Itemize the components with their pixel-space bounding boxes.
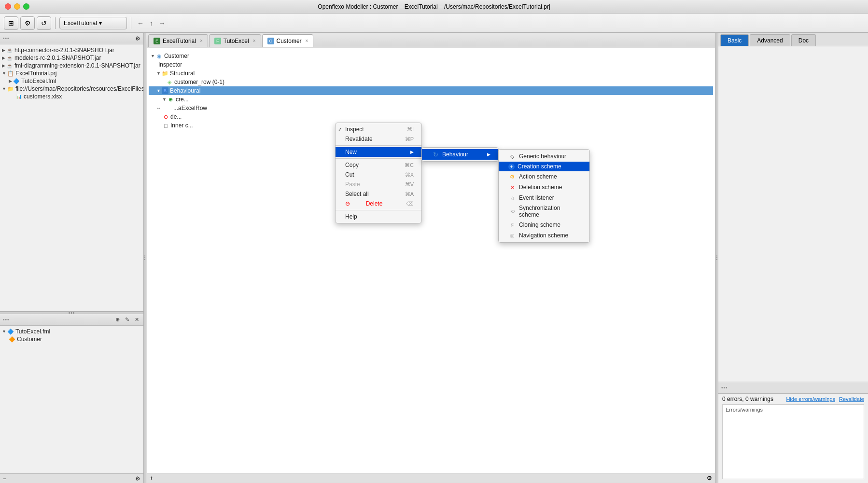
sm-synchronization-scheme[interactable]: ⟲ Synchronization scheme bbox=[499, 203, 589, 220]
tree-item-fml-diagramming[interactable]: ▶ ☕ fml-diagramming-extension-2.0.1-SNAP… bbox=[0, 62, 143, 69]
sm-deletion-scheme[interactable]: ✕ Deletion scheme bbox=[499, 182, 589, 193]
hide-errors-link[interactable]: Hide errors/warnings bbox=[786, 396, 835, 402]
main-area: ••• ⚙ ▶ ☕ http-connector-rc-2.0.1-SNAPSH… bbox=[0, 33, 868, 483]
ct-creation[interactable]: ▼ ⊕ cre... bbox=[149, 95, 713, 104]
sm-cloning-scheme[interactable]: ⎘ Cloning scheme bbox=[499, 220, 589, 230]
cm-revalidate[interactable]: Revalidate ⌘P bbox=[336, 134, 421, 144]
cm-cut[interactable]: Cut ⌘X bbox=[336, 170, 421, 179]
context-menu: ✓ Inspect ⌘I Revalidate ⌘P New ▶ bbox=[335, 123, 422, 223]
errors-label: Errors/warnings bbox=[723, 405, 864, 414]
tree-item-customers-xlsx[interactable]: 📊 customers.xlsx bbox=[0, 93, 143, 100]
right-bottom-panel: ••• 0 errors, 0 warnings Hide errors/war… bbox=[718, 382, 868, 483]
tutoexcel-tab-close[interactable]: × bbox=[253, 38, 256, 43]
submenu-new: ↻ Behaviour ▶ ◇ Generic behaviour bbox=[421, 147, 499, 162]
sidebar-bottom-icon-1[interactable]: ⊕ bbox=[113, 316, 121, 324]
behaviour-icon: ↻ bbox=[432, 151, 439, 158]
traffic-lights[interactable] bbox=[5, 3, 29, 10]
fml-icon-bottom: 🔷 bbox=[7, 328, 14, 335]
customer-icon: 🔶 bbox=[9, 336, 15, 343]
ct-inner[interactable]: ◻ Inner c... bbox=[149, 121, 713, 130]
nav-up-button[interactable]: ↑ bbox=[148, 18, 155, 28]
ct-inspector[interactable]: Inspector bbox=[149, 60, 713, 69]
sidebar-tree: ▶ ☕ http-connector-rc-2.0.1-SNAPSHOT.jar… bbox=[0, 44, 143, 311]
cm-inspect[interactable]: ✓ Inspect ⌘I bbox=[336, 124, 421, 134]
cm-select-all[interactable]: Select all ⌘A bbox=[336, 189, 421, 199]
tab-tutoexcel[interactable]: F TutoExcel × bbox=[209, 34, 261, 47]
tree-item-customer-bottom[interactable]: 🔶 Customer bbox=[0, 335, 143, 343]
sm-action-scheme[interactable]: ⚙ Action scheme bbox=[499, 171, 589, 182]
cm-help[interactable]: Help bbox=[336, 212, 421, 221]
project-name: ExcelTutorial bbox=[64, 20, 97, 27]
toolbar-btn-2[interactable]: ⚙ bbox=[20, 16, 35, 30]
cm-paste: Paste ⌘V bbox=[336, 179, 421, 189]
right-tab-doc[interactable]: Doc bbox=[791, 34, 816, 46]
tree-item-modelers[interactable]: ▶ ☕ modelers-rc-2.0.1-SNAPSHOT.jar bbox=[0, 54, 143, 62]
project-dropdown[interactable]: ExcelTutorial ▾ bbox=[59, 17, 127, 29]
tree-item-exceltutorial-prj[interactable]: ▼ 📋 ExcelTutorial.prj bbox=[0, 69, 143, 77]
tab-exceltutorial[interactable]: E ExcelTutorial × bbox=[148, 34, 208, 47]
cm-delete[interactable]: ⊖ Delete ⌫ bbox=[336, 199, 421, 208]
ct-deletion[interactable]: ⊖ de... bbox=[149, 112, 713, 121]
cm-copy[interactable]: Copy ⌘C bbox=[336, 160, 421, 170]
minimize-button[interactable] bbox=[14, 3, 20, 10]
tree-item-tutoexcel-fml-bottom[interactable]: ▼ 🔷 TutoExcel.fml bbox=[0, 328, 143, 335]
prj-icon: 📋 bbox=[7, 70, 14, 77]
content-add-btn[interactable]: + bbox=[150, 475, 153, 482]
content-tree: ▼ ◉ Customer Inspector ▼ 📁 Structural bbox=[147, 48, 715, 134]
toolbar-separator bbox=[55, 17, 56, 29]
title-bar: Openflexo Modeller : Customer – ExcelTut… bbox=[0, 0, 868, 14]
right-tab-basic[interactable]: Basic bbox=[720, 34, 749, 46]
sidebar-bottom-icon-2[interactable]: ✎ bbox=[123, 316, 131, 324]
content-area[interactable]: ▼ ◉ Customer Inspector ▼ 📁 Structural bbox=[146, 47, 715, 483]
toolbar-btn-3[interactable]: ↺ bbox=[37, 16, 51, 30]
deletion-icon: ✕ bbox=[508, 183, 516, 191]
sm-event-listener[interactable]: ♫ Event listener bbox=[499, 193, 589, 203]
cm-new[interactable]: New ▶ ↻ Behaviour ▶ bbox=[336, 147, 421, 157]
toolbar-separator-2 bbox=[131, 17, 131, 29]
ct-structural[interactable]: ▼ 📁 Structural bbox=[149, 69, 713, 78]
sidebar-bottom-toolbar: ••• ⊕ ✎ ✕ bbox=[0, 314, 143, 326]
sidebar-settings-icon[interactable]: ⚙ bbox=[135, 35, 140, 42]
action-icon: ⚙ bbox=[508, 173, 516, 180]
sidebar-settings-btn[interactable]: ⚙ bbox=[135, 475, 140, 482]
nav-back-button[interactable]: ← bbox=[135, 18, 146, 28]
cloning-icon: ⎘ bbox=[508, 221, 516, 229]
right-tabs-bar: Basic Advanced Doc bbox=[718, 33, 868, 46]
sm-navigation-scheme[interactable]: ◎ Navigation scheme bbox=[499, 230, 589, 241]
tree-item-http-connector[interactable]: ▶ ☕ http-connector-rc-2.0.1-SNAPSHOT.jar bbox=[0, 46, 143, 54]
ct-behavioural[interactable]: ▼ B Behavioural bbox=[149, 86, 713, 95]
nav-forward-button[interactable]: → bbox=[157, 18, 168, 28]
left-sidebar-bottom: ••• ⊕ ✎ ✕ ▼ 🔷 TutoExcel.fml 🔶 Customer bbox=[0, 314, 143, 473]
cm-sep-2 bbox=[336, 158, 421, 159]
ct-structural-icon: 📁 bbox=[162, 70, 168, 77]
customer-tab-label: Customer bbox=[277, 38, 302, 44]
xlsx-icon: 📊 bbox=[15, 93, 22, 100]
exceltutorial-tab-icon: E bbox=[154, 38, 160, 44]
sidebar-bottom-icon-3[interactable]: ✕ bbox=[133, 316, 140, 324]
revalidate-link[interactable]: Revalidate bbox=[839, 396, 864, 402]
ct-customer-row[interactable]: ◈ customer_row (0-1) bbox=[149, 78, 713, 86]
ct-creation-excel-row[interactable]: ↔ ...aExcelRow bbox=[149, 104, 713, 112]
exceltutorial-tab-close[interactable]: × bbox=[200, 38, 203, 43]
sidebar-minus-btn[interactable]: − bbox=[3, 475, 6, 482]
close-button[interactable] bbox=[5, 3, 11, 10]
tree-item-tutoexcel[interactable]: ▶ 🔷 TutoExcel.fml bbox=[0, 77, 143, 85]
center-panel: E ExcelTutorial × F TutoExcel × C Custom… bbox=[146, 33, 716, 483]
tab-customer[interactable]: C Customer × bbox=[262, 34, 314, 47]
tree-item-file-resources[interactable]: ▼ 📁 file://Users/mac/Repositories/resour… bbox=[0, 85, 143, 93]
right-content bbox=[718, 46, 868, 382]
ct-customer-root[interactable]: ▼ ◉ Customer bbox=[149, 52, 713, 60]
bottom-sidebar-tree: ▼ 🔷 TutoExcel.fml 🔶 Customer bbox=[0, 326, 143, 473]
navigation-icon: ◎ bbox=[508, 232, 516, 239]
right-tab-advanced[interactable]: Advanced bbox=[750, 34, 790, 46]
maximize-button[interactable] bbox=[23, 3, 29, 10]
sm-behaviour[interactable]: ↻ Behaviour ▶ ◇ Generic behaviour bbox=[422, 149, 498, 160]
jar-icon-2: ☕ bbox=[6, 55, 13, 61]
sm-creation-scheme[interactable]: + Creation scheme bbox=[499, 162, 589, 171]
ct-inner-icon: ◻ bbox=[162, 122, 169, 129]
content-settings-btn[interactable]: ⚙ bbox=[707, 475, 712, 482]
customer-tab-close[interactable]: × bbox=[306, 38, 308, 43]
toolbar-btn-1[interactable]: ⊞ bbox=[4, 16, 18, 30]
generic-icon: ◇ bbox=[508, 152, 516, 160]
sm-generic-behaviour[interactable]: ◇ Generic behaviour bbox=[499, 151, 589, 162]
